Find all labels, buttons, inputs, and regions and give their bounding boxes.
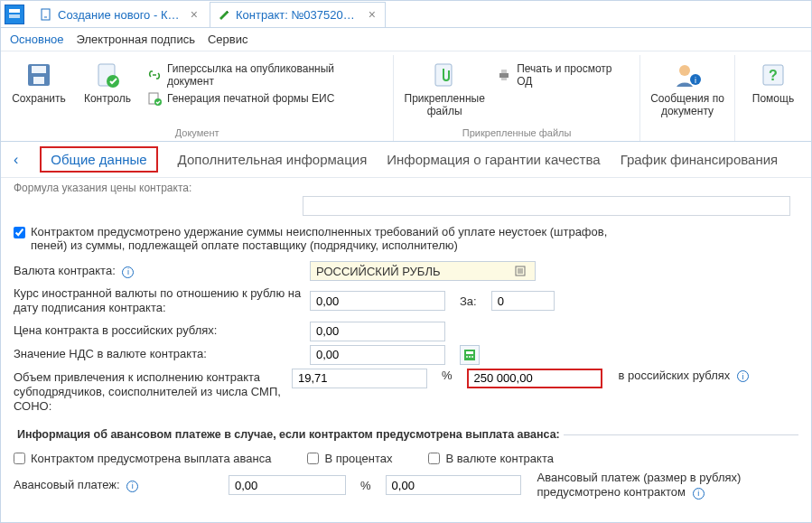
- formula-label: Формула указания цены контракта:: [14, 182, 798, 194]
- doc-edit-icon: [218, 8, 230, 21]
- advance-check-row[interactable]: Контрактом предусмотрена выплата аванса: [14, 452, 271, 465]
- smp-percent-input[interactable]: [292, 369, 427, 388]
- inner-tab-row: ‹ Общие данные Дополнительная информация…: [1, 142, 811, 178]
- ribbon-group-label: Прикрепленные файлы: [403, 126, 630, 141]
- doc-tab-label: Создание нового - Конт...: [58, 8, 183, 22]
- smp-suffix: в российских рублях i: [619, 369, 749, 383]
- price-rub-input[interactable]: [310, 322, 445, 341]
- advance-section: Информация об авансовом платеже в случае…: [14, 428, 798, 503]
- doc-tab-label: Контракт: №0375200005...: [236, 8, 361, 22]
- help-button[interactable]: ? Помощь: [744, 57, 802, 106]
- generate-icon: [147, 91, 162, 106]
- tab-warranty[interactable]: Информация о гарантии качества: [387, 152, 600, 167]
- advance-currency-label: В валюте контракта: [445, 452, 554, 465]
- advance-percent-row[interactable]: В процентах: [307, 452, 392, 465]
- retention-checkbox[interactable]: [14, 227, 25, 238]
- advance-note: Авансовый платеж (размер в рублях) преду…: [537, 471, 763, 500]
- svg-rect-11: [499, 73, 509, 78]
- ribbon-group-label: Документ: [10, 126, 384, 141]
- rate-per-input[interactable]: [491, 291, 555, 311]
- advance-checkbox[interactable]: [14, 453, 25, 464]
- ribbon-group-attached: Прикрепленные файлы Печать и просмотр ОД…: [394, 55, 640, 141]
- close-icon[interactable]: ×: [189, 7, 200, 22]
- save-label: Сохранить: [12, 93, 66, 106]
- svg-rect-1: [9, 14, 20, 18]
- advance-amount-input[interactable]: [386, 475, 521, 495]
- printer-icon: [497, 68, 511, 82]
- save-button[interactable]: Сохранить: [10, 57, 68, 106]
- tab-schedule[interactable]: График финансирования: [621, 152, 779, 167]
- ribbon-group-label: [744, 126, 802, 141]
- menu-signature[interactable]: Электронная подпись: [77, 33, 195, 46]
- doc-tab-new[interactable]: Создание нового - Конт... ×: [32, 2, 208, 27]
- info-icon[interactable]: i: [693, 488, 705, 500]
- messages-button[interactable]: i Сообщения по документу: [649, 57, 725, 118]
- advance-legend: Информация об авансовом платеже в случае…: [14, 428, 564, 441]
- app-icon[interactable]: [5, 5, 24, 24]
- advance-percent-checkbox[interactable]: [307, 453, 319, 464]
- doc-tab-contract[interactable]: Контракт: №0375200005... ×: [210, 2, 386, 27]
- info-icon[interactable]: i: [122, 266, 134, 278]
- menu-service[interactable]: Сервис: [208, 33, 248, 46]
- percent-sign: %: [442, 369, 453, 382]
- paperclip-icon: [430, 61, 459, 89]
- svg-point-14: [679, 65, 690, 76]
- currency-combobox[interactable]: РОССИЙСКИЙ РУБЛЬ: [310, 261, 536, 281]
- print-view-od-button[interactable]: Печать и просмотр ОД: [497, 62, 630, 88]
- document-tab-bar: Создание нового - Конт... × Контракт: №0…: [1, 1, 811, 28]
- advance-percent-label: В процентах: [324, 452, 392, 465]
- hyperlink-published-button[interactable]: Гиперссылка на опубликованный документ: [147, 62, 384, 88]
- rate-input[interactable]: [310, 291, 445, 311]
- svg-rect-20: [464, 350, 475, 360]
- ribbon-group-document: Сохранить Контроль Гиперссылка на опубли…: [1, 55, 394, 141]
- ribbon-group-help: ? Помощь: [735, 55, 811, 141]
- advance-currency-row[interactable]: В валюте контракта: [428, 452, 554, 465]
- vat-input[interactable]: [310, 345, 445, 365]
- control-icon: [93, 61, 122, 89]
- tab-extra[interactable]: Дополнительная информация: [178, 152, 368, 167]
- svg-point-23: [469, 356, 471, 358]
- advance-currency-checkbox[interactable]: [428, 453, 440, 464]
- smp-label: Объем привлечения к исполнению контракта…: [14, 369, 285, 416]
- tab-general[interactable]: Общие данные: [40, 146, 157, 173]
- ribbon-group-messages: i Сообщения по документу: [640, 55, 735, 141]
- control-button[interactable]: Контроль: [79, 57, 136, 106]
- vat-label: Значение НДС в валюте контракта:: [14, 347, 303, 361]
- svg-rect-12: [501, 70, 507, 73]
- hyperlink-label: Гиперссылка на опубликованный документ: [167, 62, 384, 88]
- messages-label: Сообщения по документу: [649, 93, 725, 118]
- svg-point-22: [466, 356, 468, 358]
- generate-label: Генерация печатной формы ЕИС: [167, 92, 334, 105]
- retention-check-row[interactable]: Контрактом предусмотрено удержание суммы…: [14, 225, 646, 252]
- advance-percent-input[interactable]: [229, 475, 346, 495]
- menu-main[interactable]: Основное: [10, 33, 64, 46]
- save-icon: [24, 61, 53, 89]
- smp-amount-input[interactable]: [467, 369, 602, 388]
- person-info-icon: i: [673, 61, 702, 89]
- generate-print-form-button[interactable]: Генерация печатной формы ЕИС: [147, 91, 384, 106]
- form-area: Формула указания цены контракта: Контрак…: [1, 178, 811, 523]
- currency-value: РОССИЙСКИЙ РУБЛЬ: [316, 265, 440, 278]
- close-icon[interactable]: ×: [367, 7, 378, 22]
- calculator-button[interactable]: [460, 345, 480, 365]
- attached-label: Прикрепленные файлы: [403, 93, 486, 118]
- advance-pay-label: Авансовый платеж: i: [14, 478, 221, 492]
- help-icon: ?: [759, 61, 788, 89]
- svg-rect-5: [33, 77, 44, 84]
- percent-sign: %: [360, 479, 371, 492]
- currency-label: Валюта контракта: i: [14, 264, 303, 278]
- control-label: Контроль: [84, 93, 131, 106]
- info-icon[interactable]: i: [126, 481, 138, 492]
- ribbon: Сохранить Контроль Гиперссылка на опубли…: [1, 51, 811, 142]
- price-rub-label: Цена контракта в российских рублях:: [14, 323, 303, 338]
- formula-field[interactable]: [303, 196, 790, 216]
- menu-bar: Основное Электронная подпись Сервис: [1, 28, 811, 51]
- svg-text:?: ?: [769, 68, 778, 83]
- attached-files-button[interactable]: Прикрепленные файлы: [403, 57, 486, 118]
- info-icon[interactable]: i: [737, 370, 749, 382]
- svg-rect-13: [501, 78, 507, 80]
- ribbon-group-label: [649, 126, 725, 141]
- svg-rect-21: [466, 351, 473, 354]
- tab-scroll-left[interactable]: ‹: [12, 152, 20, 168]
- calculator-icon: [463, 349, 476, 361]
